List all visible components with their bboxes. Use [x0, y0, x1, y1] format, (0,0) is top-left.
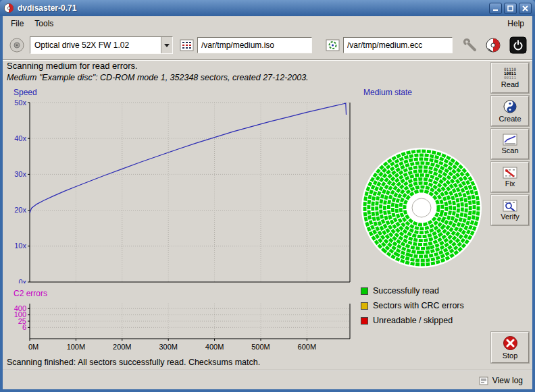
statusbar-separator — [3, 370, 532, 371]
app-logo-icon — [3, 3, 14, 13]
create-button-label: Create — [499, 115, 521, 123]
window-controls — [489, 3, 532, 14]
wrench-icon — [464, 39, 475, 50]
titlebar[interactable]: dvdisaster-0.71 — [0, 0, 535, 16]
legend-label-success: Successfully read — [373, 286, 439, 296]
svg-text:40x: 40x — [14, 134, 26, 142]
minimize-button[interactable] — [489, 3, 502, 14]
close-button[interactable] — [519, 3, 532, 14]
medium-state-disc — [359, 146, 484, 270]
svg-text:200M: 200M — [113, 343, 132, 351]
legend-label-unreadable: Unreadable / skipped — [373, 316, 453, 325]
statusbar: View log — [3, 372, 532, 389]
svg-text:50x: 50x — [14, 99, 26, 107]
scan-result-status: Scanning finished: All sectors successfu… — [7, 358, 260, 367]
speed-chart: 0x10x20x30x40x50x — [4, 97, 357, 283]
verify-button[interactable]: Verify — [491, 195, 529, 225]
medium-state-label: Medium state — [363, 88, 412, 97]
svg-text:0x: 0x — [18, 278, 26, 284]
drive-selector-arrow[interactable] — [161, 37, 172, 53]
read-button[interactable]: 01110 10011 00111 Read — [491, 63, 529, 93]
legend-item-crc: Sectors with CRC errors — [361, 301, 464, 310]
dvdisaster-logo-icon — [486, 38, 500, 52]
legend-swatch-crc — [361, 302, 368, 310]
svg-text:600M: 600M — [298, 343, 317, 351]
svg-text:500M: 500M — [251, 343, 270, 351]
fix-icon — [503, 167, 517, 179]
quit-button[interactable] — [509, 36, 527, 54]
ecc-file-input[interactable] — [343, 37, 453, 53]
chevron-down-icon — [164, 44, 170, 47]
preferences-button[interactable] — [462, 37, 478, 53]
close-icon — [522, 5, 528, 11]
about-button[interactable] — [485, 37, 501, 53]
menu-tools[interactable]: Tools — [29, 17, 59, 30]
maximize-button[interactable] — [504, 3, 517, 14]
client-area: File Tools Help Optical drive 52X FW 1.0… — [3, 16, 532, 389]
power-icon — [510, 37, 526, 53]
yin-yang-icon — [503, 99, 517, 114]
maximize-icon — [507, 5, 513, 11]
legend-item-unreadable: Unreadable / skipped — [361, 316, 464, 325]
legend-swatch-unreadable — [361, 317, 368, 325]
view-log-icon — [479, 376, 488, 385]
fix-button[interactable]: Fix — [491, 162, 529, 192]
svg-text:20x: 20x — [14, 206, 26, 214]
medium-info: Medium "Example disc": CD-ROM mode 1, 35… — [7, 73, 309, 82]
image-file-input[interactable] — [197, 37, 312, 53]
ecc-file-icon — [326, 38, 340, 52]
menu-help[interactable]: Help — [502, 17, 530, 30]
create-button[interactable]: Create — [491, 96, 529, 126]
toolbar: Optical drive 52X FW 1.02 — [3, 31, 532, 59]
legend-item-success: Successfully read — [361, 286, 464, 296]
app-window: dvdisaster-0.71 File Tools Help — [0, 0, 535, 392]
view-log-button[interactable]: View log — [492, 376, 523, 385]
svg-text:100M: 100M — [67, 343, 86, 351]
c2-errors-chart: 4001002560M100M200M300M400M500M600M — [4, 298, 357, 356]
verify-button-label: Verify — [501, 213, 519, 221]
read-button-label: Read — [501, 80, 519, 88]
fix-button-label: Fix — [505, 179, 515, 188]
read-icon: 01110 10011 00111 — [504, 67, 516, 80]
svg-text:0M: 0M — [28, 343, 39, 351]
stop-button[interactable]: Stop — [491, 332, 529, 363]
svg-text:6: 6 — [22, 323, 26, 331]
svg-text:300M: 300M — [159, 343, 178, 351]
stop-button-label: Stop — [503, 352, 518, 360]
legend-label-crc: Sectors with CRC errors — [373, 301, 464, 310]
verify-icon — [503, 200, 517, 212]
svg-text:400M: 400M — [205, 343, 224, 351]
drive-selector[interactable]: Optical drive 52X FW 1.02 — [30, 36, 173, 54]
drive-selector-value: Optical drive 52X FW 1.02 — [30, 37, 161, 53]
action-title: Scanning medium for read errors. — [7, 61, 138, 71]
minimize-icon — [492, 5, 499, 11]
window-title: dvdisaster-0.71 — [18, 3, 76, 13]
svg-text:30x: 30x — [14, 170, 26, 178]
speed-chart-label: Speed — [14, 88, 37, 97]
legend-swatch-success — [361, 287, 368, 295]
svg-text:10x: 10x — [14, 242, 26, 250]
scan-button[interactable]: Scan — [491, 129, 529, 159]
menubar: File Tools Help — [3, 16, 532, 31]
stop-icon — [503, 335, 518, 351]
c2-errors-label: C2 errors — [14, 289, 47, 298]
medium-state-legend: Successfully read Sectors with CRC error… — [361, 286, 464, 325]
scan-button-label: Scan — [501, 146, 518, 155]
menu-file[interactable]: File — [5, 17, 29, 30]
image-file-icon — [180, 38, 195, 52]
scan-chart-icon — [503, 134, 517, 146]
drive-icon — [8, 36, 26, 54]
